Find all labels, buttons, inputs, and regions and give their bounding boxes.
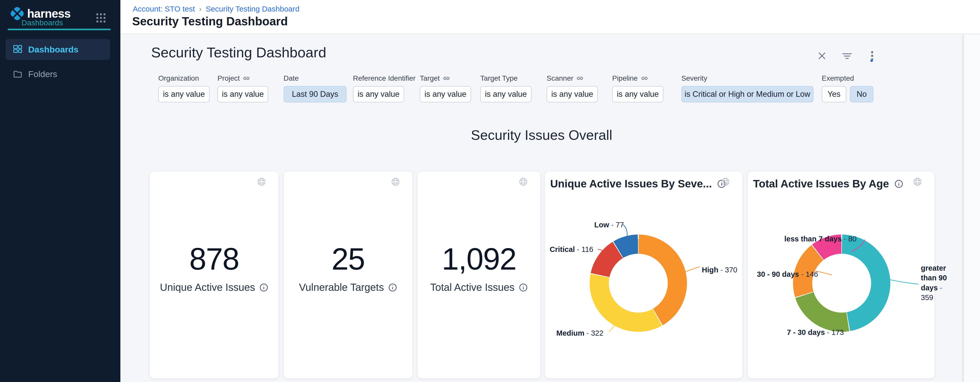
donut-hole — [609, 254, 668, 312]
info-icon[interactable] — [519, 283, 528, 292]
link-icon — [641, 75, 648, 82]
callout-line-greater-than-90-days — [888, 277, 920, 287]
cursor-dot — [870, 59, 873, 62]
filter-pipeline-value[interactable]: is any value — [612, 86, 663, 102]
page-title: Security Testing Dashboard — [132, 14, 288, 28]
tile-label: Unique Active Issues — [150, 282, 278, 293]
filter-label: Target — [420, 74, 471, 83]
tile-label: Vulnerable Targets — [284, 282, 412, 293]
filter-scanner: Scanner is any value — [547, 74, 598, 102]
filter-organization-value[interactable]: is any value — [158, 86, 210, 102]
slice-label-low: Low-77 — [594, 221, 624, 229]
breadcrumb-current-link[interactable]: Security Testing Dashboard — [206, 5, 299, 13]
chart-title: Unique Active Issues By Seve... — [550, 178, 726, 190]
filter-label: Severity — [681, 74, 813, 83]
filter-date: Date Last 90 Days — [283, 74, 347, 102]
filter-date-value[interactable]: Last 90 Days — [283, 86, 347, 102]
close-icon — [817, 51, 827, 61]
link-icon — [443, 75, 450, 82]
tile-total-active-issues: 1,092 Total Active Issues — [418, 171, 540, 379]
callout-line-high — [684, 265, 701, 273]
dashboards-icon — [13, 44, 22, 54]
filter-label: Scanner — [547, 74, 598, 83]
donut-hole — [812, 254, 871, 312]
globe-icon — [391, 177, 400, 186]
filter-pipeline: Pipeline is any value — [612, 74, 663, 102]
filter-scanner-value[interactable]: is any value — [547, 86, 598, 102]
breadcrumb-chevron-icon: › — [199, 5, 202, 13]
scroll-gutter[interactable] — [963, 35, 980, 382]
sidebar-item-folders[interactable]: Folders — [6, 63, 110, 84]
filter-project-value[interactable]: is any value — [218, 86, 268, 102]
donut-chart-age[interactable] — [793, 235, 890, 332]
filter-target-value[interactable]: is any value — [420, 86, 471, 102]
slice-label-30-90-days: 30 - 90 days-146 — [757, 270, 818, 279]
filter-target-type: Target Type is any value — [480, 74, 531, 102]
filter-target-type-value[interactable]: is any value — [480, 86, 531, 102]
tile-vulnerable-targets: 25 Vulnerable Targets — [284, 171, 412, 379]
filter-project: Project is any value — [218, 74, 268, 102]
donut-chart-severity[interactable] — [590, 235, 687, 332]
dashboard-title: Security Testing Dashboard — [151, 44, 326, 61]
filter-label: Reference Identifier — [353, 74, 415, 83]
filter-label: Organization — [158, 74, 210, 83]
tile-label: Total Active Issues — [418, 282, 540, 293]
dashboard-panel: Security Testing Dashboard — [120, 35, 963, 382]
close-button[interactable] — [816, 50, 827, 62]
link-icon — [576, 75, 584, 82]
filter-target: Target is any value — [420, 74, 471, 102]
module-name: Dashboards — [22, 18, 63, 27]
slice-label-greater-than-90-days: greater than 90 days-359 — [921, 263, 951, 303]
link-icon — [243, 75, 250, 82]
filter-icon — [842, 51, 853, 61]
app-grid-icon[interactable] — [95, 12, 107, 24]
globe-icon — [721, 177, 730, 186]
sidebar-item-label: Folders — [28, 69, 57, 79]
chart-title: Total Active Issues By Age — [753, 178, 904, 190]
filter-reference-identifier-value[interactable]: is any value — [353, 86, 404, 102]
filter-organization: Organization is any value — [158, 74, 210, 102]
filter-label: Date — [283, 74, 347, 83]
filter-exempted-no[interactable]: No — [850, 86, 873, 102]
filter-label: Pipeline — [612, 74, 663, 83]
filter-severity: Severity is Critical or High or Medium o… — [681, 74, 813, 102]
breadcrumb: Account: STO test › Security Testing Das… — [133, 5, 299, 13]
chart-unique-active-issues-by-severity: Unique Active Issues By Seve... Low-77 C… — [545, 171, 742, 379]
tile-value: 1,092 — [418, 241, 540, 276]
top-header: Account: STO test › Security Testing Das… — [120, 0, 980, 34]
breadcrumb-account-link[interactable]: Account: STO test — [133, 5, 195, 13]
sidebar-item-dashboards[interactable]: Dashboards — [6, 39, 110, 60]
tile-value: 25 — [284, 241, 412, 276]
section-title: Security Issues Overall — [120, 127, 963, 143]
filters-button[interactable] — [842, 50, 853, 62]
filter-exempted-yes[interactable]: Yes — [822, 86, 846, 102]
module-accent-bar — [8, 29, 111, 30]
filter-label: Target Type — [480, 74, 531, 83]
globe-icon — [913, 177, 922, 186]
globe-icon — [519, 177, 528, 186]
chart-total-active-issues-by-age: Total Active Issues By Age less than 7 d… — [748, 171, 934, 379]
filter-exempted: Exempted Yes No — [822, 74, 873, 102]
sidebar: harness Dashboards Dashboards Folders — [0, 0, 120, 382]
slice-label-medium: Medium-322 — [556, 329, 603, 338]
filter-label: Exempted — [822, 74, 873, 83]
slice-label-7-30-days: 7 - 30 days-173 — [787, 328, 844, 337]
info-icon[interactable] — [259, 283, 269, 292]
info-icon[interactable] — [894, 179, 904, 189]
slice-label-critical: Critical-116 — [550, 245, 593, 254]
slice-label-high: High-370 — [702, 266, 737, 274]
filter-label: Project — [218, 74, 268, 83]
filter-severity-value[interactable]: is Critical or High or Medium or Low — [681, 86, 813, 102]
sidebar-item-label: Dashboards — [28, 44, 79, 54]
filter-reference-identifier: Reference Identifier is any value — [353, 74, 415, 102]
tile-value: 878 — [150, 241, 278, 276]
info-icon[interactable] — [388, 283, 397, 292]
globe-icon — [257, 177, 266, 186]
slice-label-less-than-7-days: less than 7 days-80 — [784, 235, 856, 243]
folder-icon — [13, 69, 22, 79]
tile-unique-active-issues: 878 Unique Active Issues — [150, 171, 278, 379]
